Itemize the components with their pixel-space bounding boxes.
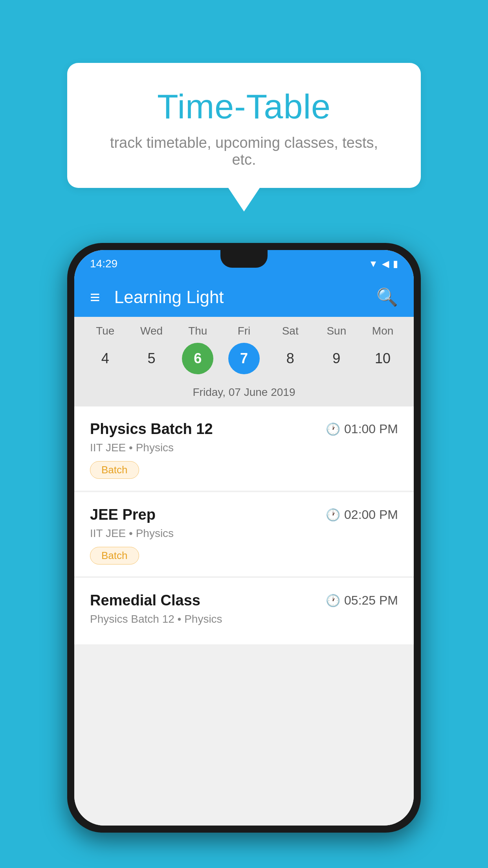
class-item[interactable]: JEE Prep 🕐 02:00 PM IIT JEE • Physics Ba… bbox=[74, 492, 414, 576]
class-item-header: Remedial Class 🕐 05:25 PM bbox=[90, 592, 398, 609]
phone-outer-shell: 14:29 ▼ ◀ ▮ ≡ Learning Light 🔍 TueWedThu… bbox=[67, 243, 421, 833]
day-numbers-row: 45678910 bbox=[74, 337, 414, 382]
classes-list: Physics Batch 12 🕐 01:00 PM IIT JEE • Ph… bbox=[74, 406, 414, 826]
day-name: Sat bbox=[271, 325, 310, 337]
day-number[interactable]: 5 bbox=[136, 343, 167, 374]
day-number[interactable]: 4 bbox=[90, 343, 121, 374]
day-name: Thu bbox=[178, 325, 217, 337]
class-title: JEE Prep bbox=[90, 506, 156, 523]
class-time: 🕐 01:00 PM bbox=[326, 422, 398, 436]
clock-icon: 🕐 bbox=[326, 422, 340, 436]
battery-icon: ▮ bbox=[393, 258, 398, 269]
class-item-header: Physics Batch 12 🕐 01:00 PM bbox=[90, 421, 398, 438]
class-title: Physics Batch 12 bbox=[90, 421, 213, 438]
day-name: Wed bbox=[132, 325, 171, 337]
hamburger-icon[interactable]: ≡ bbox=[90, 287, 100, 307]
signal-icon: ◀ bbox=[382, 258, 389, 269]
clock-icon: 🕐 bbox=[326, 508, 340, 522]
day-name: Sun bbox=[317, 325, 356, 337]
class-item-header: JEE Prep 🕐 02:00 PM bbox=[90, 506, 398, 523]
bubble-title: Time-Table bbox=[99, 86, 389, 127]
phone-notch bbox=[220, 250, 268, 268]
status-time: 14:29 bbox=[90, 257, 117, 270]
batch-badge: Batch bbox=[90, 547, 139, 565]
day-number[interactable]: 7 bbox=[228, 343, 260, 374]
class-time: 🕐 05:25 PM bbox=[326, 593, 398, 608]
batch-badge: Batch bbox=[90, 461, 139, 479]
class-meta: IIT JEE • Physics bbox=[90, 527, 398, 540]
search-icon[interactable]: 🔍 bbox=[376, 287, 398, 307]
day-name: Mon bbox=[363, 325, 402, 337]
day-name: Fri bbox=[224, 325, 264, 337]
calendar-strip: TueWedThuFriSatSunMon 45678910 Friday, 0… bbox=[74, 317, 414, 406]
day-name: Tue bbox=[86, 325, 125, 337]
speech-bubble-card: Time-Table track timetable, upcoming cla… bbox=[67, 63, 421, 188]
day-names-row: TueWedThuFriSatSunMon bbox=[74, 325, 414, 337]
class-item[interactable]: Remedial Class 🕐 05:25 PM Physics Batch … bbox=[74, 578, 414, 644]
wifi-icon: ▼ bbox=[369, 258, 378, 269]
day-number[interactable]: 6 bbox=[182, 343, 213, 374]
status-icons: ▼ ◀ ▮ bbox=[369, 258, 398, 269]
app-bar-title: Learning Light bbox=[114, 287, 376, 307]
clock-icon: 🕐 bbox=[326, 594, 340, 607]
selected-date-label: Friday, 07 June 2019 bbox=[74, 382, 414, 406]
bubble-pointer bbox=[228, 188, 260, 211]
status-bar: 14:29 ▼ ◀ ▮ bbox=[74, 250, 414, 278]
class-meta: IIT JEE • Physics bbox=[90, 441, 398, 454]
class-time: 🕐 02:00 PM bbox=[326, 508, 398, 522]
day-number[interactable]: 8 bbox=[275, 343, 306, 374]
day-number[interactable]: 9 bbox=[321, 343, 352, 374]
phone-mockup: 14:29 ▼ ◀ ▮ ≡ Learning Light 🔍 TueWedThu… bbox=[67, 243, 421, 833]
bubble-subtitle: track timetable, upcoming classes, tests… bbox=[99, 134, 389, 168]
speech-bubble-section: Time-Table track timetable, upcoming cla… bbox=[67, 63, 421, 211]
class-title: Remedial Class bbox=[90, 592, 200, 609]
app-bar: ≡ Learning Light 🔍 bbox=[74, 278, 414, 317]
day-number[interactable]: 10 bbox=[367, 343, 398, 374]
class-meta: Physics Batch 12 • Physics bbox=[90, 613, 398, 625]
phone-screen: 14:29 ▼ ◀ ▮ ≡ Learning Light 🔍 TueWedThu… bbox=[74, 250, 414, 826]
class-item[interactable]: Physics Batch 12 🕐 01:00 PM IIT JEE • Ph… bbox=[74, 406, 414, 491]
